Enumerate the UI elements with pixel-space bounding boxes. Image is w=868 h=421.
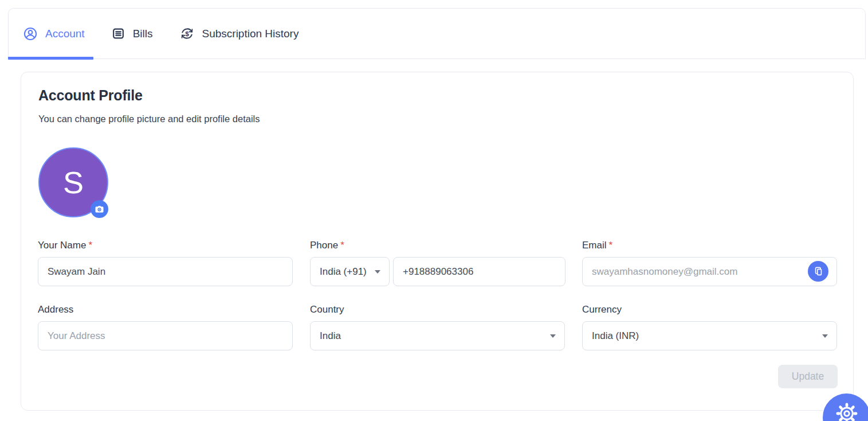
tab-account[interactable]: Account bbox=[23, 26, 85, 41]
country-value: India bbox=[320, 330, 341, 342]
page-subtitle: You can change profile picture and edit … bbox=[38, 114, 260, 124]
tab-bills[interactable]: Bills bbox=[111, 26, 153, 41]
required-marker: * bbox=[88, 240, 92, 251]
currency-value: India (INR) bbox=[592, 330, 639, 342]
email-input[interactable] bbox=[582, 257, 837, 286]
tab-account-label: Account bbox=[45, 28, 85, 40]
update-button[interactable]: Update bbox=[778, 365, 838, 388]
email-label: Email* bbox=[582, 240, 612, 251]
email-field-wrap bbox=[582, 257, 837, 286]
phone-input[interactable] bbox=[393, 257, 565, 286]
tab-bills-label: Bills bbox=[133, 28, 153, 40]
country-code-value: India (+91) bbox=[320, 266, 367, 278]
currency-select[interactable]: India (INR) bbox=[582, 321, 837, 350]
copy-icon bbox=[813, 266, 824, 277]
gear-icon bbox=[834, 393, 859, 421]
chevron-down-icon bbox=[375, 270, 380, 274]
account-profile-card: Account Profile You can change profile p… bbox=[21, 72, 854, 411]
avatar-initial: S bbox=[63, 165, 84, 200]
account-settings-page: Account Bills $ bbox=[0, 0, 868, 421]
chevron-down-icon bbox=[822, 334, 828, 338]
page-title: Account Profile bbox=[38, 87, 143, 104]
tab-subscription-history-label: Subscription History bbox=[202, 28, 299, 40]
country-code-select[interactable]: India (+91) bbox=[310, 257, 390, 286]
subscription-history-icon: $ bbox=[179, 26, 195, 41]
bills-icon bbox=[111, 26, 125, 41]
copy-email-button[interactable] bbox=[808, 261, 828, 282]
currency-label: Currency bbox=[582, 304, 622, 315]
name-label: Your Name* bbox=[38, 240, 92, 251]
address-label: Address bbox=[38, 304, 73, 315]
tab-bar: Account Bills $ bbox=[8, 8, 866, 59]
tab-subscription-history[interactable]: $ Subscription History bbox=[179, 26, 299, 41]
change-photo-button[interactable] bbox=[91, 200, 108, 218]
user-circle-icon bbox=[23, 26, 38, 41]
name-input[interactable] bbox=[38, 257, 293, 286]
required-marker: * bbox=[609, 240, 613, 251]
camera-icon bbox=[95, 204, 104, 214]
address-input[interactable] bbox=[38, 321, 293, 350]
country-label: Country bbox=[310, 304, 344, 315]
phone-label: Phone* bbox=[310, 240, 344, 251]
required-marker: * bbox=[340, 240, 344, 251]
country-select[interactable]: India bbox=[310, 321, 565, 350]
svg-text:$: $ bbox=[185, 30, 189, 38]
active-tab-indicator bbox=[8, 57, 93, 60]
chevron-down-icon bbox=[550, 334, 556, 338]
